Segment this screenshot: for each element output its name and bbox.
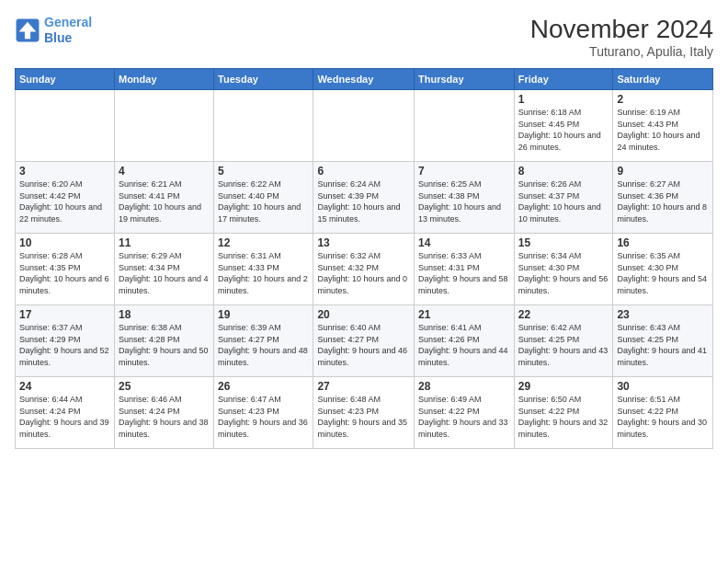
day-number: 19 xyxy=(218,308,309,321)
day-info: Sunrise: 6:47 AM Sunset: 4:23 PM Dayligh… xyxy=(218,394,309,440)
day-info: Sunrise: 6:33 AM Sunset: 4:31 PM Dayligh… xyxy=(418,250,510,296)
day-info: Sunrise: 6:48 AM Sunset: 4:23 PM Dayligh… xyxy=(317,394,410,440)
logo: General Blue xyxy=(15,15,92,46)
weekday-header: Sunday xyxy=(16,69,115,90)
weekday-header: Monday xyxy=(114,69,213,90)
calendar-cell: 15Sunrise: 6:34 AM Sunset: 4:30 PM Dayli… xyxy=(514,234,613,305)
day-number: 15 xyxy=(518,236,609,249)
calendar-cell: 30Sunrise: 6:51 AM Sunset: 4:22 PM Dayli… xyxy=(613,377,713,449)
page: General Blue November 2024 Tuturano, Apu… xyxy=(0,0,728,563)
weekday-header: Thursday xyxy=(415,69,515,90)
day-number: 20 xyxy=(317,308,410,321)
calendar-cell: 20Sunrise: 6:40 AM Sunset: 4:27 PM Dayli… xyxy=(313,305,415,377)
calendar-cell: 11Sunrise: 6:29 AM Sunset: 4:34 PM Dayli… xyxy=(114,234,213,305)
day-info: Sunrise: 6:38 AM Sunset: 4:28 PM Dayligh… xyxy=(119,322,210,368)
day-info: Sunrise: 6:40 AM Sunset: 4:27 PM Dayligh… xyxy=(317,322,410,368)
calendar-cell: 24Sunrise: 6:44 AM Sunset: 4:24 PM Dayli… xyxy=(16,377,115,449)
day-number: 1 xyxy=(518,93,609,106)
day-number: 6 xyxy=(317,165,410,178)
weekday-header-row: SundayMondayTuesdayWednesdayThursdayFrid… xyxy=(16,69,713,90)
calendar-cell: 8Sunrise: 6:26 AM Sunset: 4:37 PM Daylig… xyxy=(514,162,613,234)
calendar-week-row: 24Sunrise: 6:44 AM Sunset: 4:24 PM Dayli… xyxy=(16,377,713,449)
calendar-table: SundayMondayTuesdayWednesdayThursdayFrid… xyxy=(15,68,713,449)
day-info: Sunrise: 6:27 AM Sunset: 4:36 PM Dayligh… xyxy=(617,178,709,224)
calendar-week-row: 17Sunrise: 6:37 AM Sunset: 4:29 PM Dayli… xyxy=(16,305,713,377)
calendar-cell: 4Sunrise: 6:21 AM Sunset: 4:41 PM Daylig… xyxy=(114,162,213,234)
calendar-cell: 22Sunrise: 6:42 AM Sunset: 4:25 PM Dayli… xyxy=(514,305,613,377)
logo-icon xyxy=(15,17,40,43)
day-number: 16 xyxy=(617,236,709,249)
day-number: 10 xyxy=(19,236,110,249)
day-info: Sunrise: 6:31 AM Sunset: 4:33 PM Dayligh… xyxy=(218,250,309,296)
day-info: Sunrise: 6:39 AM Sunset: 4:27 PM Dayligh… xyxy=(218,322,309,368)
day-number: 25 xyxy=(119,380,210,393)
calendar-cell: 3Sunrise: 6:20 AM Sunset: 4:42 PM Daylig… xyxy=(16,162,115,234)
day-number: 7 xyxy=(418,165,510,178)
day-info: Sunrise: 6:49 AM Sunset: 4:22 PM Dayligh… xyxy=(418,394,510,440)
day-info: Sunrise: 6:26 AM Sunset: 4:37 PM Dayligh… xyxy=(518,178,609,224)
day-number: 13 xyxy=(317,236,410,249)
day-number: 27 xyxy=(317,380,410,393)
day-number: 17 xyxy=(19,308,110,321)
calendar-cell xyxy=(114,90,213,162)
day-number: 11 xyxy=(119,236,210,249)
day-number: 14 xyxy=(418,236,510,249)
weekday-header: Wednesday xyxy=(313,69,415,90)
day-info: Sunrise: 6:35 AM Sunset: 4:30 PM Dayligh… xyxy=(617,250,709,296)
day-number: 26 xyxy=(218,380,309,393)
day-number: 30 xyxy=(617,380,709,393)
calendar-week-row: 3Sunrise: 6:20 AM Sunset: 4:42 PM Daylig… xyxy=(16,162,713,234)
day-info: Sunrise: 6:43 AM Sunset: 4:25 PM Dayligh… xyxy=(617,322,709,368)
calendar-cell: 25Sunrise: 6:46 AM Sunset: 4:24 PM Dayli… xyxy=(114,377,213,449)
weekday-header: Friday xyxy=(514,69,613,90)
day-info: Sunrise: 6:29 AM Sunset: 4:34 PM Dayligh… xyxy=(119,250,210,296)
calendar-cell: 14Sunrise: 6:33 AM Sunset: 4:31 PM Dayli… xyxy=(415,234,515,305)
day-number: 8 xyxy=(518,165,609,178)
day-info: Sunrise: 6:42 AM Sunset: 4:25 PM Dayligh… xyxy=(518,322,609,368)
day-number: 21 xyxy=(418,308,510,321)
logo-line1: General xyxy=(44,15,92,29)
calendar-cell: 21Sunrise: 6:41 AM Sunset: 4:26 PM Dayli… xyxy=(415,305,515,377)
calendar-cell xyxy=(415,90,515,162)
logo-line2: Blue xyxy=(44,30,72,45)
calendar-cell xyxy=(313,90,415,162)
calendar-cell: 19Sunrise: 6:39 AM Sunset: 4:27 PM Dayli… xyxy=(214,305,313,377)
day-number: 9 xyxy=(617,165,709,178)
calendar-cell: 23Sunrise: 6:43 AM Sunset: 4:25 PM Dayli… xyxy=(613,305,713,377)
day-info: Sunrise: 6:51 AM Sunset: 4:22 PM Dayligh… xyxy=(617,394,709,440)
day-info: Sunrise: 6:46 AM Sunset: 4:24 PM Dayligh… xyxy=(119,394,210,440)
day-info: Sunrise: 6:18 AM Sunset: 4:45 PM Dayligh… xyxy=(518,107,609,153)
calendar-cell: 9Sunrise: 6:27 AM Sunset: 4:36 PM Daylig… xyxy=(613,162,713,234)
location-subtitle: Tuturano, Apulia, Italy xyxy=(530,44,713,59)
calendar-cell: 13Sunrise: 6:32 AM Sunset: 4:32 PM Dayli… xyxy=(313,234,415,305)
calendar-cell: 17Sunrise: 6:37 AM Sunset: 4:29 PM Dayli… xyxy=(16,305,115,377)
calendar-week-row: 10Sunrise: 6:28 AM Sunset: 4:35 PM Dayli… xyxy=(16,234,713,305)
calendar-cell: 29Sunrise: 6:50 AM Sunset: 4:22 PM Dayli… xyxy=(514,377,613,449)
calendar-cell: 28Sunrise: 6:49 AM Sunset: 4:22 PM Dayli… xyxy=(415,377,515,449)
day-number: 3 xyxy=(19,165,110,178)
day-info: Sunrise: 6:44 AM Sunset: 4:24 PM Dayligh… xyxy=(19,394,110,440)
calendar-cell: 26Sunrise: 6:47 AM Sunset: 4:23 PM Dayli… xyxy=(214,377,313,449)
day-number: 24 xyxy=(19,380,110,393)
day-number: 4 xyxy=(119,165,210,178)
calendar-cell xyxy=(214,90,313,162)
calendar-cell: 16Sunrise: 6:35 AM Sunset: 4:30 PM Dayli… xyxy=(613,234,713,305)
calendar-cell: 27Sunrise: 6:48 AM Sunset: 4:23 PM Dayli… xyxy=(313,377,415,449)
calendar-cell: 10Sunrise: 6:28 AM Sunset: 4:35 PM Dayli… xyxy=(16,234,115,305)
day-number: 5 xyxy=(218,165,309,178)
day-info: Sunrise: 6:22 AM Sunset: 4:40 PM Dayligh… xyxy=(218,178,309,224)
calendar-cell: 2Sunrise: 6:19 AM Sunset: 4:43 PM Daylig… xyxy=(613,90,713,162)
day-number: 29 xyxy=(518,380,609,393)
day-info: Sunrise: 6:34 AM Sunset: 4:30 PM Dayligh… xyxy=(518,250,609,296)
day-number: 23 xyxy=(617,308,709,321)
calendar-week-row: 1Sunrise: 6:18 AM Sunset: 4:45 PM Daylig… xyxy=(16,90,713,162)
day-info: Sunrise: 6:24 AM Sunset: 4:39 PM Dayligh… xyxy=(317,178,410,224)
day-number: 12 xyxy=(218,236,309,249)
calendar-cell: 7Sunrise: 6:25 AM Sunset: 4:38 PM Daylig… xyxy=(415,162,515,234)
day-info: Sunrise: 6:50 AM Sunset: 4:22 PM Dayligh… xyxy=(518,394,609,440)
day-info: Sunrise: 6:41 AM Sunset: 4:26 PM Dayligh… xyxy=(418,322,510,368)
title-block: November 2024 Tuturano, Apulia, Italy xyxy=(530,15,713,59)
month-title: November 2024 xyxy=(530,15,713,44)
calendar-cell: 1Sunrise: 6:18 AM Sunset: 4:45 PM Daylig… xyxy=(514,90,613,162)
day-info: Sunrise: 6:19 AM Sunset: 4:43 PM Dayligh… xyxy=(617,107,709,153)
